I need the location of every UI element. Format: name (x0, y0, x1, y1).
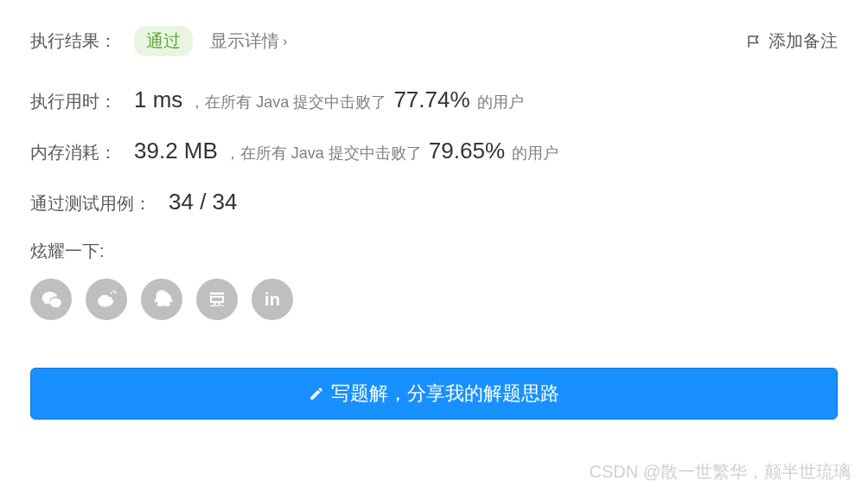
status-badge: 通过 (134, 26, 193, 56)
flag-icon (746, 34, 762, 49)
runtime-percent: 77.74% (393, 87, 469, 113)
wechat-icon (40, 288, 62, 311)
add-note-text: 添加备注 (769, 29, 838, 53)
add-note-button[interactable]: 添加备注 (746, 29, 838, 53)
memory-suffix: 的用户 (512, 143, 558, 164)
memory-label: 内存消耗： (30, 141, 117, 164)
watermark: CSDN @散一世繁华，颠半世琉璃 (589, 460, 851, 484)
chevron-right-icon: › (283, 34, 287, 49)
share-label: 炫耀一下: (30, 240, 838, 263)
show-details-text: 显示详情 (210, 29, 279, 53)
runtime-row: 执行用时： 1 ms ，在所有 Java 提交中击败了 77.74% 的用户 (30, 87, 838, 113)
weibo-icon (95, 288, 118, 311)
linkedin-share-button[interactable]: in (252, 279, 293, 320)
runtime-label: 执行用时： (30, 90, 117, 113)
testcases-value: 34 / 34 (169, 189, 238, 215)
memory-row: 内存消耗： 39.2 MB ，在所有 Java 提交中击败了 79.65% 的用… (30, 138, 838, 164)
svg-rect-6 (211, 297, 223, 302)
douban-share-button[interactable] (196, 279, 238, 320)
runtime-suffix: 的用户 (477, 92, 524, 112)
linkedin-icon: in (265, 290, 280, 310)
memory-percent: 79.65% (429, 138, 505, 164)
testcases-row: 通过测试用例： 34 / 34 (30, 189, 838, 215)
runtime-prefix: ，在所有 Java 提交中击败了 (189, 92, 386, 112)
wechat-share-button[interactable] (30, 279, 72, 320)
share-icons-row: in (30, 279, 838, 320)
show-details-link[interactable]: 显示详情 › (210, 29, 287, 53)
douban-icon (207, 289, 227, 310)
write-solution-button[interactable]: 写题解，分享我的解题思路 (30, 368, 838, 420)
qq-icon (150, 288, 173, 311)
result-label: 执行结果： (30, 29, 117, 53)
svg-rect-5 (210, 292, 224, 295)
testcases-label: 通过测试用例： (30, 192, 151, 215)
memory-value: 39.2 MB (134, 138, 218, 164)
runtime-value: 1 ms (134, 87, 182, 113)
write-solution-text: 写题解，分享我的解题思路 (331, 381, 559, 407)
memory-prefix: ，在所有 Java 提交中击败了 (225, 143, 422, 164)
weibo-share-button[interactable] (86, 279, 127, 320)
pencil-icon (309, 386, 324, 401)
svg-point-4 (111, 292, 112, 294)
qq-share-button[interactable] (141, 279, 182, 320)
